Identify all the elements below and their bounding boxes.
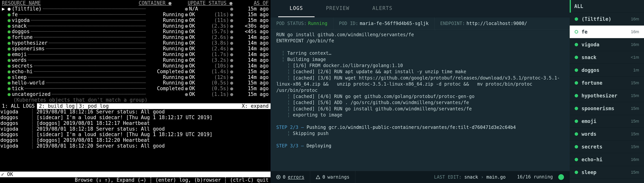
resource-row[interactable]: ●doggos ────────────────────────────────… [0, 29, 270, 34]
resource-row[interactable]: ●spoonerisms ───────────────────────────… [0, 46, 270, 52]
last-edit: LAST EDIT: snack › main.go [428, 174, 512, 180]
build-time: (3.2s) [204, 58, 229, 63]
as-of: 15m ago [234, 92, 269, 97]
tab-logs[interactable]: LOGS [278, 0, 314, 17]
sidebar-item[interactable]: sleep15m [570, 166, 644, 179]
tab-alerts[interactable]: ALERTS [361, 0, 404, 17]
resource-row[interactable]: ●fe ────────────────────────────────────… [0, 12, 270, 18]
log-source: doggos [0, 115, 31, 120]
resource-row[interactable]: ●secrets ───────────────────────────────… [0, 63, 270, 69]
svg-marker-3 [316, 176, 320, 179]
status-dot-icon: ● [8, 69, 12, 74]
sidebar-item[interactable]: fortune15m [570, 77, 644, 90]
sidebar-item[interactable]: words15m [570, 128, 644, 140]
sidebar-item-label: hypothesizer [582, 93, 628, 98]
resource-name: snack [12, 23, 27, 29]
resource-row[interactable]: ●snack ─────────────────────────────────… [0, 23, 270, 29]
status-dot-icon: ● [8, 18, 12, 23]
pod-info-bar: POD STATUS:Running POD ID:maria-fe-56ff9… [270, 17, 570, 30]
status-dot-icon [575, 68, 578, 72]
col-name: RESOURCE NAME [2, 0, 132, 6]
sidebar-item-label: emoji [582, 118, 628, 124]
resource-row[interactable]: ●hypothesizer ──────────────────────────… [0, 40, 270, 46]
sidebar-item[interactable]: ALL [570, 0, 644, 13]
status-dot-icon [575, 43, 578, 46]
build-time: (2.3s) [204, 23, 229, 29]
log-line: doggos┊[doggos] 2019/08/01 18:12:20 Hear… [0, 138, 270, 143]
resource-name: sleep [12, 74, 27, 80]
resource-row[interactable]: ●tick ──────────────────────────────────… [0, 86, 270, 92]
update-status: OK [189, 40, 204, 46]
build-log-output[interactable]: RUN go install github.com/windmilleng/se… [270, 30, 570, 171]
resource-row[interactable]: ●fortune ───────────────────────────────… [0, 34, 270, 40]
sidebar-item[interactable]: snack<1m [570, 51, 644, 64]
log-message: 2019/08/01 18:12:18 Server status: All g… [36, 126, 165, 132]
tab-all-logs[interactable]: 1: ALL LOGS [0, 103, 36, 109]
as-of: 14m ago [234, 63, 269, 69]
log-message: [sidecar] I'm a loud sidecar! [Thu Aug 1… [36, 132, 213, 138]
as-of: <45s ago [234, 29, 269, 34]
as-of: 14m ago [234, 40, 269, 46]
update-status: N/A [189, 6, 204, 12]
tab-expand[interactable]: X: expand [240, 103, 270, 109]
build-time: (10s) [204, 63, 229, 69]
container-status: Running [146, 29, 184, 34]
build-log-line: ╎ [cached] [6/6] RUN go install github.c… [276, 106, 564, 112]
sidebar-item[interactable]: spoonerisms15m [570, 102, 644, 115]
log-line: vigoda┊2019/08/01 18:12:16 Server status… [0, 109, 270, 115]
build-log-line: ╎ [1/6] FROM docker.io/library/golang:1.… [276, 62, 564, 68]
endpoint-value[interactable]: http://localhost:9000/ [466, 21, 527, 26]
tab-pod-log[interactable]: 3: pod log [76, 103, 111, 109]
row-marker: ▶ [2, 6, 8, 12]
status-dot-icon [575, 17, 578, 21]
update-status: OK [189, 58, 204, 63]
build-time: (2.6s) [204, 34, 229, 40]
tab-preview[interactable]: PREVIEW [314, 0, 361, 17]
log-source: vigoda [0, 143, 31, 149]
terminal-ui: RESOURCE NAME CONTAINER ● UPDATE STATUS … [0, 0, 270, 183]
resource-table-header: RESOURCE NAME CONTAINER ● UPDATE STATUS … [0, 0, 270, 6]
update-status: OK [189, 74, 204, 80]
sidebar-item-label: spoonerisms [582, 106, 628, 111]
warnings-label: warnings [328, 174, 350, 180]
status-dot-icon: ● [8, 40, 12, 46]
sidebar-item[interactable]: fe16m [570, 26, 644, 38]
resource-row[interactable]: ●hello-world ───────────────────────────… [0, 80, 270, 86]
resource-row[interactable]: ●words ─────────────────────────────────… [0, 58, 270, 63]
sidebar-item[interactable]: doggos1m [570, 64, 644, 77]
sidebar-item[interactable]: (Tiltfile)16m [570, 13, 644, 26]
resource-row[interactable]: ●vigoda ────────────────────────────────… [0, 18, 270, 23]
resource-row[interactable]: ●echo-hi ───────────────────────────────… [0, 69, 270, 74]
build-time: (11s) [204, 12, 229, 18]
sidebar-item[interactable]: vigoda16m [570, 38, 644, 51]
sidebar-item[interactable]: hypothesizer15m [570, 90, 644, 102]
resource-row[interactable]: ▶●(Tiltfile) ───────────────────────────… [0, 6, 270, 12]
resource-row[interactable]: ●sleep ─────────────────────────────────… [0, 74, 270, 80]
sidebar-item[interactable]: secrets15m [570, 140, 644, 153]
status-dot-icon: ● [8, 92, 12, 97]
build-log-line [276, 118, 564, 124]
update-status: OK [189, 46, 204, 52]
container-status: Running [146, 52, 184, 58]
sidebar-item[interactable]: echo-hi16m [570, 153, 644, 166]
resource-row[interactable]: ●uncategorized ─────────────────────────… [0, 92, 270, 97]
errors-segment[interactable]: 0 errors [270, 171, 310, 183]
sidebar-item[interactable]: emoji15m [570, 115, 644, 128]
as-of: 14m ago [234, 46, 269, 52]
build-log-line: ╎ [cached] [3/6] RUN wget https://github… [276, 75, 564, 94]
log-line: doggos┊[sidecar] I'm a loud sidecar! [Th… [0, 132, 270, 138]
tab-build-log[interactable]: 2: build log [36, 103, 76, 109]
dash-fill: ────────────────────────────────────────… [30, 18, 146, 23]
all-bar-icon [570, 0, 571, 12]
sidebar-item-time: 15m [631, 170, 639, 175]
dash-fill: ────────────────────────────────────────… [27, 23, 146, 29]
container-status: Running [146, 12, 184, 18]
warnings-segment[interactable]: 0 warnings [310, 171, 355, 183]
log-view: LOGS PREVIEW ALERTS POD STATUS:Running P… [270, 0, 570, 183]
endpoint-label: ENDPOINT: [440, 21, 466, 26]
resource-row[interactable]: ●emoji ─────────────────────────────────… [0, 52, 270, 58]
resource-name: vigoda [12, 18, 30, 23]
sidebar-item-time: 16m [631, 29, 639, 34]
sidebar-item-label: ALL [574, 4, 636, 9]
log-line: vigoda┊2019/08/01 18:12:18 Server status… [0, 126, 270, 132]
